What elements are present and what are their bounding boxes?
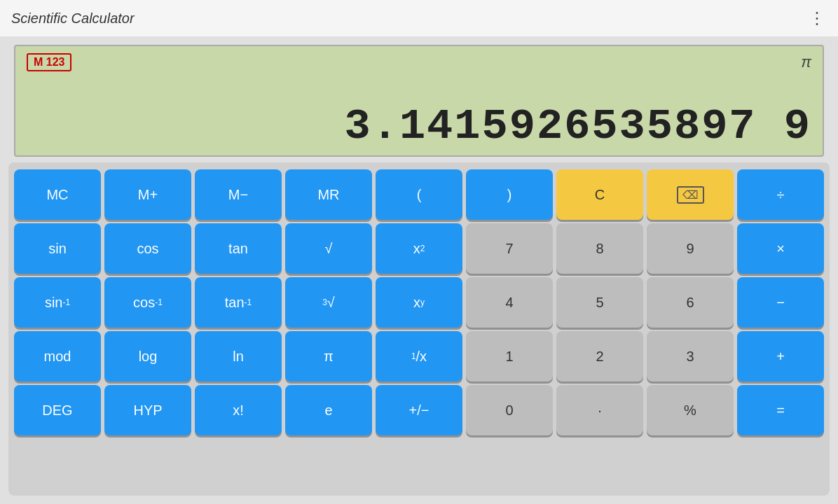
mc-button[interactable]: MC: [14, 169, 101, 220]
display-value: 3.1415926535897 9: [27, 105, 811, 148]
clear-button[interactable]: C: [556, 169, 643, 220]
backspace-button[interactable]: ⌫: [647, 169, 734, 220]
three-button[interactable]: 3: [647, 331, 734, 382]
four-button[interactable]: 4: [466, 277, 553, 328]
eight-button[interactable]: 8: [556, 223, 643, 274]
deg-button[interactable]: DEG: [14, 385, 101, 435]
open-paren-button[interactable]: (: [376, 169, 462, 220]
memory-badge: M 123: [27, 53, 71, 71]
log-button[interactable]: log: [104, 331, 191, 382]
six-button[interactable]: 6: [647, 277, 734, 328]
reciprocal-button[interactable]: 1/x: [376, 331, 462, 382]
close-paren-button[interactable]: ): [466, 169, 553, 220]
mr-button[interactable]: MR: [285, 169, 372, 220]
factorial-button[interactable]: x!: [195, 385, 282, 435]
nine-button[interactable]: 9: [647, 223, 734, 274]
five-button[interactable]: 5: [556, 277, 643, 328]
divide-button[interactable]: ÷: [737, 169, 824, 220]
title-bar: Scientific Calculator ⋮: [0, 0, 838, 36]
tan-button[interactable]: tan: [195, 223, 282, 274]
zero-button[interactable]: 0: [466, 385, 553, 435]
arctan-button[interactable]: tan-1: [195, 277, 282, 328]
two-button[interactable]: 2: [556, 331, 643, 382]
plusminus-button[interactable]: +/−: [376, 385, 462, 435]
add-button[interactable]: +: [737, 331, 824, 382]
mod-button[interactable]: mod: [14, 331, 101, 382]
one-button[interactable]: 1: [466, 331, 553, 382]
multiply-button[interactable]: ×: [737, 223, 824, 274]
decimal-button[interactable]: ·: [556, 385, 643, 435]
display-top-row: M 123 π: [27, 53, 811, 71]
display: M 123 π 3.1415926535897 9: [14, 45, 824, 157]
cbrt-button[interactable]: 3√: [285, 277, 372, 328]
cos-button[interactable]: cos: [104, 223, 191, 274]
hyp-button[interactable]: HYP: [104, 385, 191, 435]
seven-button[interactable]: 7: [466, 223, 553, 274]
arccos-button[interactable]: cos-1: [104, 277, 191, 328]
mminus-button[interactable]: M−: [195, 169, 282, 220]
pi-button[interactable]: π: [285, 331, 372, 382]
sin-button[interactable]: sin: [14, 223, 101, 274]
arcsin-button[interactable]: sin-1: [14, 277, 101, 328]
ln-button[interactable]: ln: [195, 331, 282, 382]
square-button[interactable]: x2: [376, 223, 462, 274]
euler-button[interactable]: e: [285, 385, 372, 435]
calculator-body: MCM+M−MR()C⌫÷sincostan√x2789×sin-1cos-1t…: [8, 162, 830, 496]
menu-button[interactable]: ⋮: [809, 8, 827, 28]
mplus-button[interactable]: M+: [104, 169, 191, 220]
equals-button[interactable]: =: [737, 385, 824, 435]
xpowy-button[interactable]: xy: [376, 277, 462, 328]
pi-display-icon: π: [801, 53, 811, 71]
button-grid: MCM+M−MR()C⌫÷sincostan√x2789×sin-1cos-1t…: [14, 169, 824, 435]
subtract-button[interactable]: −: [737, 277, 824, 328]
percent-button[interactable]: %: [647, 385, 734, 435]
app-title: Scientific Calculator: [11, 10, 135, 27]
sqrt-button[interactable]: √: [285, 223, 372, 274]
